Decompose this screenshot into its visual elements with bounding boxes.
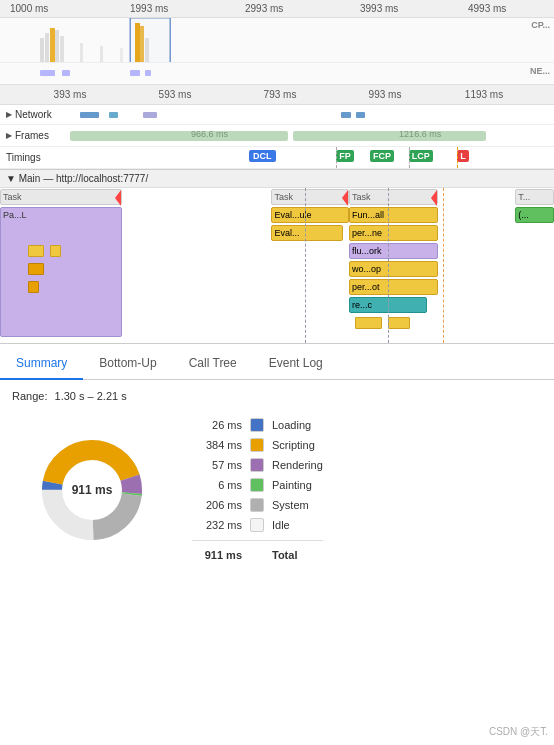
frames-text: Frames (15, 130, 49, 141)
legend-painting-name: Painting (272, 479, 312, 491)
time-793: 793 ms (264, 89, 297, 100)
svg-rect-1 (45, 33, 49, 63)
legend-scripting-swatch (250, 438, 264, 452)
flame-row-5: per...ot (0, 278, 554, 296)
range-label: Range: (12, 390, 47, 402)
overview-cpu: CP... (0, 18, 554, 63)
frames-track: 966.6 ms 1216.6 ms (70, 125, 554, 146)
legend-painting-value: 6 ms (192, 479, 242, 491)
net-bar-4 (341, 112, 351, 118)
donut-label: 911 ms (72, 483, 113, 497)
cpu-label: CP... (531, 20, 550, 30)
flame-area[interactable]: Task Task Task T... Pa...L Eval...ule (0, 188, 554, 343)
timings-label: Timings (0, 152, 70, 163)
svg-rect-15 (145, 70, 151, 76)
vline-lcp (409, 147, 410, 168)
selection-left (130, 18, 131, 62)
legend-system-swatch (250, 498, 264, 512)
time-1193: 1193 ms (465, 89, 503, 100)
summary-chart-area: 911 ms 26 ms Loading 384 ms Scripting 57… (12, 418, 542, 561)
flame-row-3: flu...ork (0, 242, 554, 260)
summary-content: Range: 1.30 s – 2.21 s (0, 380, 554, 571)
net-bar-5 (356, 112, 366, 118)
legend-scripting: 384 ms Scripting (192, 438, 323, 452)
tab-bar: Summary Bottom-Up Call Tree Event Log (0, 344, 554, 380)
tab-event-log[interactable]: Event Log (253, 348, 339, 380)
legend-divider (192, 540, 323, 541)
block-per-ne: per...ne (349, 225, 438, 241)
svg-rect-4 (60, 36, 64, 63)
time-993: 993 ms (369, 89, 402, 100)
legend-loading: 26 ms Loading (192, 418, 323, 432)
range-value: 1.30 s – 2.21 s (55, 390, 127, 402)
ts-4993: 4993 ms (468, 3, 506, 14)
block-anon: (... (515, 207, 554, 223)
timings-row: Timings DCL FP FCP LCP L (0, 147, 554, 169)
svg-rect-12 (40, 70, 55, 76)
legend-idle: 232 ms Idle (192, 518, 323, 532)
watermark: CSDN @天T. (489, 725, 548, 739)
network-arrow: ▶ (6, 110, 12, 119)
network-track (70, 105, 554, 124)
net-bar-2 (109, 112, 119, 118)
detail-timeline: 393 ms 593 ms 793 ms 993 ms 1193 ms ▶ Ne… (0, 85, 554, 170)
svg-rect-5 (80, 43, 83, 63)
dcl-marker: DCL (249, 150, 276, 162)
flame-row-7 (0, 314, 554, 332)
svg-rect-11 (130, 18, 170, 63)
legend-rendering-value: 57 ms (192, 459, 242, 471)
tab-call-tree[interactable]: Call Tree (173, 348, 253, 380)
block-small-4 (28, 281, 39, 293)
flame-row-4: wo...op (0, 260, 554, 278)
time-ruler: 393 ms 593 ms 793 ms 993 ms 1193 ms (0, 85, 554, 105)
vline-l (457, 147, 458, 168)
legend: 26 ms Loading 384 ms Scripting 57 ms Ren… (192, 418, 323, 561)
flame-row-1: Pa...L Eval...ule Fun...all (... (0, 206, 554, 224)
block-eval: Eval...ule (271, 207, 349, 223)
legend-scripting-name: Scripting (272, 439, 315, 451)
legend-total: 911 ms Total (192, 549, 323, 561)
svg-rect-6 (100, 46, 103, 63)
task-block-4: T... (515, 189, 554, 205)
task-block-1: Task (0, 189, 122, 205)
ts-1993: 1993 ms (130, 3, 168, 14)
overview-net-svg (0, 63, 500, 83)
net-bar-3 (143, 112, 158, 118)
svg-rect-3 (55, 30, 59, 63)
block-small-5 (355, 317, 383, 329)
network-label: ▶ Network (0, 109, 70, 120)
legend-system-value: 206 ms (192, 499, 242, 511)
legend-total-value: 911 ms (192, 549, 242, 561)
legend-rendering-swatch (250, 458, 264, 472)
block-small-2 (50, 245, 61, 257)
tab-bottom-up[interactable]: Bottom-Up (83, 348, 172, 380)
task-block-3: Task (349, 189, 438, 205)
svg-rect-13 (62, 70, 70, 76)
ts-3993: 3993 ms (360, 3, 398, 14)
frame-bar-2 (293, 131, 487, 141)
overview-section: 1000 ms 1993 ms 2993 ms 3993 ms 4993 ms … (0, 0, 554, 85)
tab-summary[interactable]: Summary (0, 348, 83, 380)
block-fun: Fun...all (349, 207, 438, 223)
legend-loading-name: Loading (272, 419, 311, 431)
frames-arrow: ▶ (6, 131, 12, 140)
svg-rect-7 (120, 48, 123, 63)
cpu-histogram (0, 18, 554, 63)
overview-network: NE... (0, 63, 554, 83)
flame-row-6: re...c (0, 296, 554, 314)
block-small-3 (28, 263, 45, 275)
block-eval-2: Eval... (271, 225, 343, 241)
frames-row: ▶ Frames 966.6 ms 1216.6 ms (0, 125, 554, 147)
legend-scripting-value: 384 ms (192, 439, 242, 451)
donut-chart: 911 ms (32, 430, 152, 550)
legend-system: 206 ms System (192, 498, 323, 512)
overview-timescale: 1000 ms 1993 ms 2993 ms 3993 ms 4993 ms (0, 0, 554, 18)
timings-track: DCL FP FCP LCP L (70, 147, 554, 168)
flame-vline-2 (388, 188, 389, 343)
frames-label: ▶ Frames (0, 130, 70, 141)
fp-marker: FP (336, 150, 354, 162)
net-label: NE... (530, 66, 550, 76)
svg-rect-0 (40, 38, 44, 63)
vline-fp (336, 147, 337, 168)
legend-rendering: 57 ms Rendering (192, 458, 323, 472)
